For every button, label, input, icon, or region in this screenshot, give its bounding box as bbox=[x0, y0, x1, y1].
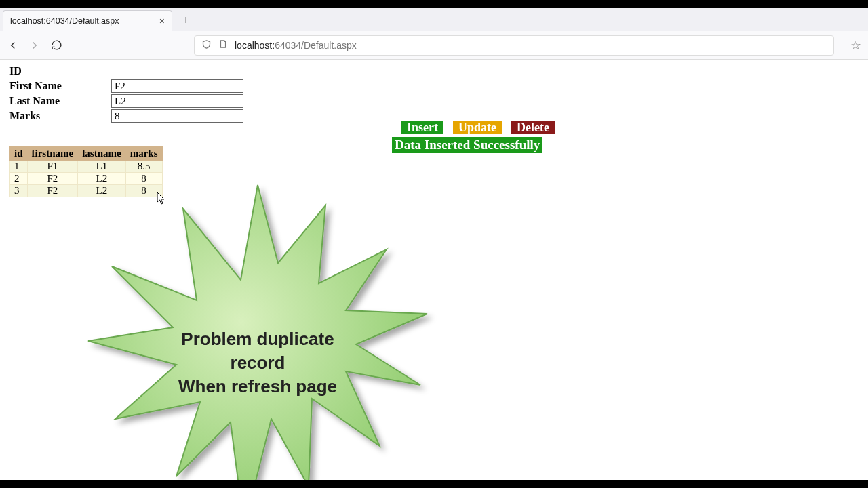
annotation-callout: Problem duplicate record When refresh pa… bbox=[75, 168, 441, 480]
col-firstname: firstname bbox=[27, 147, 78, 161]
tab-title: localhost:64034/Default.aspx bbox=[10, 16, 119, 26]
forward-icon[interactable] bbox=[28, 39, 41, 52]
shield-icon bbox=[201, 39, 212, 52]
page-content: ID First Name Last Name Marks Insert Upd… bbox=[0, 60, 868, 480]
lastname-field[interactable] bbox=[111, 94, 243, 108]
grid-header-row: id firstname lastname marks bbox=[10, 147, 163, 161]
browser-tab[interactable]: localhost:64034/Default.aspx × bbox=[3, 10, 172, 30]
bookmark-icon[interactable]: ☆ bbox=[850, 38, 861, 53]
annotation-line2: record bbox=[231, 352, 285, 373]
close-icon[interactable]: × bbox=[159, 16, 165, 26]
table-row[interactable]: 1 F1 L1 8.5 bbox=[10, 161, 163, 173]
annotation-line3: When refresh page bbox=[178, 376, 337, 396]
url-bar[interactable]: localhost:64034/Default.aspx bbox=[194, 35, 834, 56]
col-id: id bbox=[10, 147, 28, 161]
tab-bar: localhost:64034/Default.aspx × + bbox=[0, 8, 868, 31]
delete-button[interactable]: Delete bbox=[510, 119, 556, 136]
marks-field[interactable] bbox=[111, 109, 243, 123]
label-id: ID bbox=[9, 65, 111, 77]
annotation-line1: Problem duplicate bbox=[181, 329, 334, 349]
label-lastname: Last Name bbox=[9, 95, 111, 107]
back-icon[interactable] bbox=[7, 39, 19, 52]
firstname-field[interactable] bbox=[111, 79, 243, 93]
update-button[interactable]: Update bbox=[452, 119, 503, 136]
data-grid: id firstname lastname marks 1 F1 L1 8.5 … bbox=[9, 146, 163, 197]
button-row: Insert Update Delete bbox=[400, 119, 560, 136]
label-firstname: First Name bbox=[9, 80, 111, 92]
insert-button[interactable]: Insert bbox=[400, 119, 445, 136]
browser-window: localhost:64034/Default.aspx × + localho… bbox=[0, 8, 868, 480]
col-lastname: lastname bbox=[78, 147, 126, 161]
table-row[interactable]: 2 F2 L2 8 bbox=[10, 173, 163, 185]
reload-icon[interactable] bbox=[50, 39, 62, 52]
label-marks: Marks bbox=[9, 110, 111, 122]
table-row[interactable]: 3 F2 L2 8 bbox=[10, 185, 163, 197]
svg-marker-0 bbox=[88, 185, 427, 480]
url-text: localhost:64034/Default.aspx bbox=[235, 40, 357, 51]
col-marks: marks bbox=[125, 147, 162, 161]
page-icon bbox=[218, 39, 228, 51]
browser-toolbar: localhost:64034/Default.aspx ☆ bbox=[0, 31, 868, 60]
new-tab-button[interactable]: + bbox=[176, 11, 195, 30]
status-message: Data Inserted Successfully bbox=[392, 137, 542, 153]
